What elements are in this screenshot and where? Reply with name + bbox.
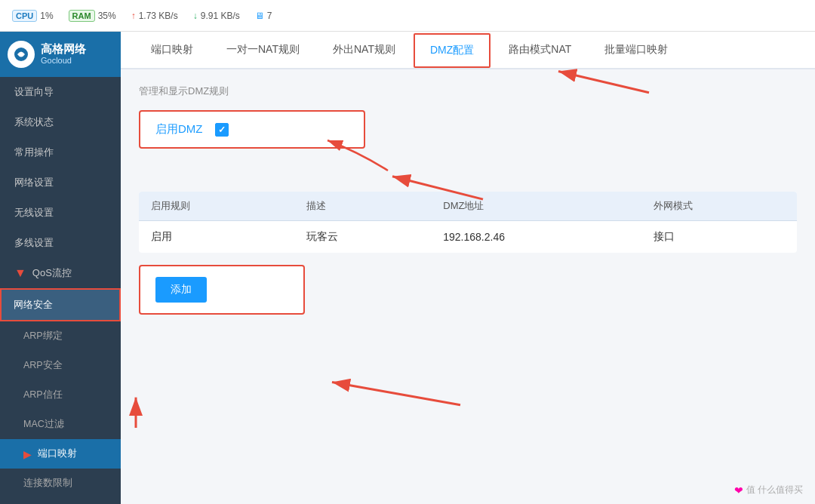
upload-value: 1.73 KB/s [139, 11, 178, 21]
sidebar-item-port-mapping[interactable]: ▶ 端口映射 [0, 439, 121, 469]
sidebar-item-multi-settings[interactable]: 多线设置 [0, 228, 121, 258]
sidebar-label: 端口映射 [38, 447, 77, 460]
sidebar-label: ARP信任 [23, 389, 63, 401]
cpu-badge: CPU [12, 10, 37, 22]
sidebar-label: 系统状态 [14, 115, 54, 129]
col-enable-rule: 启用规则 [139, 192, 294, 221]
cpu-status: CPU 1% [12, 10, 54, 22]
section-description: 管理和显示DMZ规则 [139, 85, 797, 98]
sidebar-item-qos[interactable]: ▼ QoS流控 [0, 258, 121, 288]
logo-title: 高格网络 [41, 42, 86, 56]
sidebar-label: 常用操作 [14, 146, 54, 159]
sidebar-item-mac-filter[interactable]: MAC过滤 [0, 410, 121, 439]
download-value: 9.91 KB/s [201, 11, 240, 21]
arrow-icon-port: ▶ [23, 448, 32, 460]
monitor-value: 7 [267, 11, 272, 21]
sidebar-item-ddos[interactable]: DDoS攻击防御 [0, 498, 121, 504]
sidebar-item-common-ops[interactable]: 常用操作 [0, 137, 121, 167]
watermark-text: 值 什么值得买 [746, 484, 803, 496]
tab-port-mapping[interactable]: 端口映射 [136, 34, 208, 67]
sidebar-label: QoS流控 [32, 266, 72, 280]
ram-status: RAM 35% [69, 10, 116, 22]
sidebar-label: 多线设置 [14, 236, 54, 250]
col-ext-mode: 外网模式 [641, 192, 797, 221]
col-dmz-addr: DMZ地址 [431, 192, 641, 221]
sidebar-item-arp-security[interactable]: ARP安全 [0, 351, 121, 380]
logo-text: 高格网络 Gocloud [41, 42, 86, 66]
arrow-icon-qos: ▼ [14, 266, 26, 280]
sidebar-item-arp-bind[interactable]: ARP绑定 [0, 321, 121, 351]
cpu-value: 1% [40, 11, 53, 21]
tab-route-nat[interactable]: 路由模式NAT [494, 34, 586, 67]
top-status-bar: CPU 1% RAM 35% ↑ 1.73 KB/s ↓ 9.91 KB/s 🖥… [0, 0, 815, 32]
upload-status: ↑ 1.73 KB/s [131, 11, 178, 21]
cell-ext-mode: 接口 [641, 221, 797, 254]
sidebar-item-network-settings[interactable]: 网络设置 [0, 167, 121, 198]
tab-bar: 端口映射 一对一NAT规则 外出NAT规则 DMZ配置 路由模式NAT 批量端口… [121, 32, 815, 69]
sidebar-item-arp-trust[interactable]: ARP信任 [0, 380, 121, 410]
cell-dmz-addr: 192.168.2.46 [431, 221, 641, 254]
watermark: ❤ 值 什么值得买 [734, 484, 803, 496]
logo-icon [8, 41, 35, 68]
upload-icon: ↑ [131, 11, 136, 21]
sidebar-item-network-security[interactable]: 网络安全 [0, 288, 121, 321]
tab-one-to-one-nat[interactable]: 一对一NAT规则 [211, 34, 315, 67]
add-button[interactable]: 添加 [155, 277, 207, 303]
sidebar-label: 设置向导 [14, 85, 54, 99]
table-row: 启用 玩客云 192.168.2.46 接口 [139, 221, 797, 254]
ram-value: 35% [98, 11, 116, 21]
dmz-enable-box: 启用DMZ [139, 110, 365, 149]
sidebar-label: 网络设置 [14, 176, 54, 189]
cell-desc: 玩客云 [294, 221, 431, 254]
sidebar-item-wireless-settings[interactable]: 无线设置 [0, 198, 121, 228]
content-wrapper: 端口映射 一对一NAT规则 外出NAT规则 DMZ配置 路由模式NAT 批量端口… [121, 32, 815, 504]
dmz-enable-checkbox[interactable] [215, 123, 229, 137]
download-icon: ↓ [193, 11, 198, 21]
sidebar-item-conn-limit[interactable]: 连接数限制 [0, 469, 121, 498]
add-button-area: 添加 [139, 265, 305, 315]
watermark-icon: ❤ [734, 484, 743, 496]
sidebar-item-system-status[interactable]: 系统状态 [0, 107, 121, 137]
page-content: 管理和显示DMZ规则 启用DMZ [121, 69, 815, 504]
sidebar-label: MAC过滤 [23, 418, 64, 431]
sidebar-label: ARP安全 [23, 359, 63, 372]
sidebar: 高格网络 Gocloud 设置向导 系统状态 常用操作 网络设置 无线设置 多线… [0, 32, 121, 504]
monitor-status: 🖥 7 [255, 11, 272, 21]
col-desc: 描述 [294, 192, 431, 221]
download-status: ↓ 9.91 KB/s [193, 11, 240, 21]
sidebar-item-setup-wizard[interactable]: 设置向导 [0, 77, 121, 107]
logo: 高格网络 Gocloud [0, 32, 121, 77]
monitor-icon: 🖥 [255, 11, 264, 21]
logo-subtitle: Gocloud [41, 56, 86, 66]
tab-dmz-config[interactable]: DMZ配置 [414, 33, 491, 68]
dmz-enable-label: 启用DMZ [155, 122, 203, 137]
cell-enable: 启用 [139, 221, 294, 254]
sidebar-label: 连接数限制 [23, 477, 72, 490]
tab-outbound-nat[interactable]: 外出NAT规则 [318, 34, 411, 67]
tab-batch-port[interactable]: 批量端口映射 [589, 34, 683, 67]
ram-badge: RAM [69, 10, 95, 22]
sidebar-label: 无线设置 [14, 206, 54, 220]
dmz-rules-table: 启用规则 描述 DMZ地址 外网模式 启用 玩客云 192.168.2.46 接… [139, 192, 797, 253]
sidebar-label: ARP绑定 [23, 330, 63, 343]
sidebar-label: 网络安全 [14, 298, 53, 312]
